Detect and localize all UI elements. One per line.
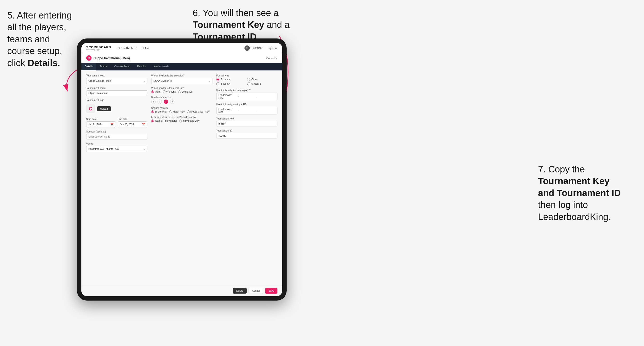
nav-tournaments[interactable]: TOURNAMENTS [116, 47, 136, 49]
format-6count4-radio[interactable] [216, 82, 220, 85]
start-date-input[interactable]: Jan 21, 2024 📅 [86, 121, 116, 127]
form-content: Tournament Host Clippd College - Men ⌄ T… [82, 70, 282, 285]
teams-plus-individuals[interactable]: Teams (+Individuals) [151, 120, 177, 122]
format-type-label: Format type [216, 74, 278, 77]
calendar-icon-2: 📅 [142, 123, 145, 126]
format-options-grid: 5 count 4 Other 6 count 4 6 count 5 [216, 78, 278, 86]
gender-combined[interactable]: Combined [178, 90, 193, 93]
save-button[interactable]: Save [265, 288, 278, 294]
tab-details[interactable]: Details [82, 63, 96, 70]
round-3[interactable]: 3 [164, 100, 168, 104]
sign-out-separator: | [265, 47, 266, 49]
rounds-label: Number of rounds [151, 96, 212, 99]
tournament-key-group: Tournament Key b4f8b7 [216, 117, 278, 127]
format-other-radio[interactable] [247, 78, 250, 81]
teams-plus-radio[interactable] [151, 120, 154, 122]
rounds-group: Number of rounds 1 2 3 4 [151, 96, 212, 104]
date-row: Start date Jan 21, 2024 📅 End date Jan 2… [86, 118, 148, 127]
gender-mens[interactable]: Mens [151, 90, 160, 93]
calendar-icon: 📅 [110, 123, 114, 126]
tournament-logo-label: Tournament logo [86, 99, 148, 101]
app-navbar: SCOREBOARD Powered by clippd TOURNAMENTS… [82, 43, 282, 53]
venue-group: Venue Peachtree GC - Atlanta - GA ⌄ [86, 142, 148, 152]
third-party1-input[interactable]: Leaderboard King ✕ ⌄ [216, 93, 278, 100]
tournament-name-input[interactable] [86, 90, 148, 96]
tablet-frame: SCOREBOARD Powered by clippd TOURNAMENTS… [77, 38, 286, 301]
scoring-medal-radio[interactable] [187, 110, 190, 113]
chevron-third-party2-icon: ⌄ [257, 109, 275, 112]
format-6count5[interactable]: 6 count 5 [247, 82, 278, 85]
sponsor-input[interactable] [86, 134, 148, 140]
round-2[interactable]: 2 [158, 100, 162, 104]
user-avatar: SI [244, 45, 250, 51]
format-5count4[interactable]: 5 count 4 [216, 78, 246, 81]
gender-radio-group: Mens Womens Combined [151, 90, 212, 93]
third-party2-group: Use third-party scoring API? Leaderboard… [216, 103, 278, 114]
teams-radio-group: Teams (+Individuals) Individuals Only [151, 120, 212, 122]
tab-course-setup[interactable]: Course Setup [111, 63, 134, 70]
cancel-button[interactable]: Cancel [248, 288, 263, 294]
chevron-down-icon-venue: ⌄ [143, 147, 145, 151]
scoring-stroke-radio[interactable] [151, 110, 154, 113]
format-6count5-radio[interactable] [247, 82, 250, 85]
clear-third-party1-btn[interactable]: ✕ [237, 95, 256, 98]
tournament-name-group: Tournament name [86, 87, 148, 96]
format-other[interactable]: Other [247, 78, 278, 81]
tournament-id-value: 302051 [216, 133, 278, 139]
logo-upload-area: C Upload [86, 102, 148, 115]
sponsor-group: Sponsor (optional) [86, 130, 148, 140]
tournament-id-group: Tournament ID 302051 [216, 129, 278, 139]
venue-select[interactable]: Peachtree GC - Atlanta - GA ⌄ [86, 146, 148, 152]
end-date-group: End date Jan 23, 2024 📅 [118, 118, 148, 127]
sign-out-link[interactable]: Sign out [268, 47, 278, 49]
individuals-only-radio[interactable] [179, 120, 182, 122]
end-date-label: End date [118, 118, 148, 121]
individuals-only[interactable]: Individuals Only [179, 120, 200, 122]
logo-sub-text: Powered by clippd [86, 49, 111, 50]
format-6count4[interactable]: 6 count 4 [216, 82, 246, 85]
end-date-input[interactable]: Jan 23, 2024 📅 [118, 121, 148, 127]
format-type-group: Format type 5 count 4 Other 6 count 4 [216, 74, 278, 86]
scoring-match[interactable]: Match Play [169, 110, 184, 113]
round-4[interactable]: 4 [170, 100, 174, 104]
nav-teams[interactable]: TEAMS [141, 47, 150, 49]
gender-womens[interactable]: Womens [163, 90, 176, 93]
scoring-stroke[interactable]: Stroke Play [151, 110, 167, 113]
gender-womens-radio[interactable] [163, 90, 166, 93]
gender-mens-radio[interactable] [151, 90, 154, 93]
sponsor-label: Sponsor (optional) [86, 130, 148, 133]
tab-results[interactable]: Results [134, 63, 149, 70]
gender-label: Which gender is the event for? [151, 87, 212, 89]
third-party2-label: Use third-party scoring API? [216, 103, 278, 106]
division-group: Which division is the event for? NCAA Di… [151, 74, 212, 84]
tab-leaderboards[interactable]: Leaderboards [149, 63, 172, 70]
clear-third-party2-btn[interactable]: ✕ [237, 109, 256, 112]
rounds-selector: 1 2 3 4 [151, 100, 212, 104]
annotation-bottom-right: 7. Copy the Tournament Key and Tournamen… [538, 164, 639, 223]
delete-button[interactable]: Delete [233, 288, 246, 294]
tablet-screen: SCOREBOARD Powered by clippd TOURNAMENTS… [82, 43, 282, 296]
upload-button[interactable]: Upload [97, 106, 111, 111]
tournament-host-select[interactable]: Clippd College - Men ⌄ [86, 78, 148, 84]
cancel-close-row: Cancel ✕ [266, 56, 278, 60]
form-column-1: Tournament Host Clippd College - Men ⌄ T… [86, 74, 148, 152]
tab-teams[interactable]: Teams [96, 63, 111, 70]
round-1[interactable]: 1 [151, 100, 156, 104]
tournament-title-row: C Clippd Invitational (Men) [86, 55, 130, 61]
form-column-3: Format type 5 count 4 Other 6 count 4 [216, 74, 278, 152]
tournament-id-label: Tournament ID [216, 129, 278, 132]
cancel-header-btn[interactable]: Cancel ✕ [266, 57, 278, 60]
format-5count4-radio[interactable] [216, 78, 220, 81]
start-date-group: Start date Jan 21, 2024 📅 [86, 118, 116, 127]
tournament-key-value: b4f8b7 [216, 121, 278, 127]
third-party2-input[interactable]: Leaderboard King ✕ ⌄ [216, 107, 278, 114]
teams-group: Is this event for Teams and/or Individua… [151, 116, 212, 122]
division-select[interactable]: NCAA Division III ⌄ [151, 78, 212, 84]
gender-combined-radio[interactable] [178, 90, 181, 93]
venue-label: Venue [86, 142, 148, 145]
chevron-third-party1-icon: ⌄ [257, 95, 275, 98]
scoring-medal[interactable]: Medal Match Play [187, 110, 210, 113]
scoring-match-radio[interactable] [169, 110, 172, 113]
navbar-right: SI Test User | Sign out [244, 45, 278, 51]
tournament-name-label: Tournament name [86, 87, 148, 89]
